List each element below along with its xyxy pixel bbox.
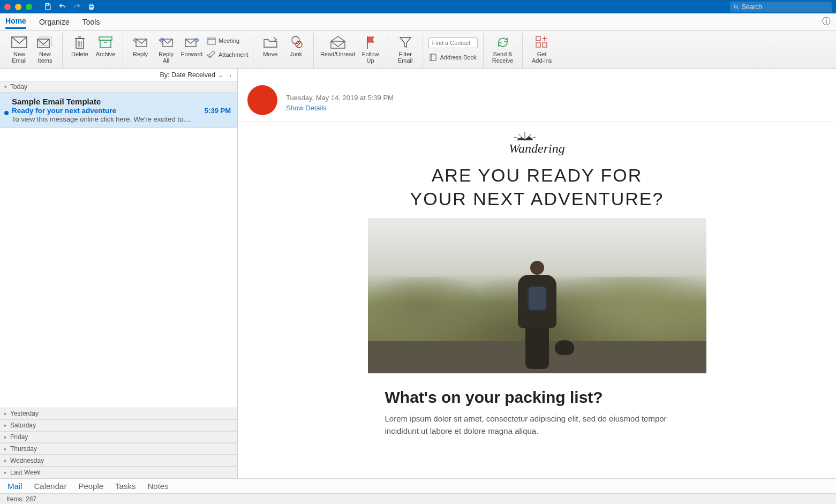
ribbon: New Email New Items Delete Archive Reply… (0, 31, 836, 69)
sender-avatar (247, 85, 277, 115)
svg-point-23 (292, 36, 299, 44)
nav-people[interactable]: People (78, 482, 103, 491)
chevron-right-icon: ▸ (4, 423, 7, 428)
svg-rect-30 (536, 36, 540, 41)
close-window-button[interactable] (4, 4, 11, 10)
nav-mail[interactable]: Mail (7, 482, 22, 491)
junk-button[interactable]: Junk (283, 34, 309, 57)
follow-up-button[interactable]: Follow Up (358, 34, 383, 64)
new-email-button[interactable]: New Email (6, 34, 32, 64)
status-bar: Items: 287 (0, 493, 836, 504)
show-details-link[interactable]: Show Details (286, 104, 394, 112)
chevron-down-icon: ⌄ (219, 72, 223, 78)
quick-access-toolbar (44, 3, 95, 11)
hiker-illustration (508, 261, 567, 373)
paperclip-icon (207, 50, 216, 59)
zoom-window-button[interactable] (26, 4, 32, 10)
titlebar: Search (0, 0, 836, 13)
reading-pane: Tuesday, May 14, 2019 at 5:39 PM Show De… (238, 69, 836, 478)
svg-rect-32 (543, 43, 547, 47)
svg-rect-21 (208, 38, 215, 44)
tab-tools[interactable]: Tools (82, 16, 100, 28)
send-receive-button[interactable]: Send & Receive (488, 34, 518, 64)
message-list-pane: By: Date Received ⌄ ↓ ▾ Today Sample Ema… (0, 69, 238, 478)
move-button[interactable]: Move (258, 34, 283, 57)
svg-rect-28 (430, 54, 436, 61)
window-controls (4, 4, 32, 10)
flag-icon (362, 35, 379, 50)
reply-all-icon (157, 35, 175, 50)
search-input[interactable]: Search (730, 2, 832, 12)
email-body: Wandering ARE YOU READY FOR YOUR NEXT AD… (238, 122, 836, 442)
chevron-right-icon: ▸ (4, 446, 7, 452)
reply-icon (132, 35, 149, 50)
move-folder-icon (262, 35, 279, 50)
chevron-right-icon: ▸ (4, 411, 7, 416)
chevron-right-icon: ▸ (4, 434, 7, 440)
section-title: What's on your packing list? (385, 388, 689, 407)
sync-icon (494, 35, 511, 50)
undo-icon[interactable] (58, 3, 66, 11)
brand-logo: Wandering (509, 131, 564, 156)
open-envelope-icon (329, 35, 347, 50)
sunburst-icon (509, 131, 541, 141)
forward-button[interactable]: Forward (179, 34, 205, 57)
addins-icon (533, 35, 551, 50)
email-headline: ARE YOU READY FOR YOUR NEXT ADVENTURE? (410, 163, 664, 210)
tab-home[interactable]: Home (5, 14, 26, 29)
read-unread-button[interactable]: Read/Unread (318, 34, 358, 57)
nav-tasks[interactable]: Tasks (115, 482, 135, 491)
group-yesterday[interactable]: ▸Yesterday (0, 408, 237, 419)
svg-rect-2 (90, 4, 93, 6)
minimize-window-button[interactable] (15, 4, 21, 10)
chevron-right-icon: ▸ (4, 458, 7, 463)
search-icon (733, 4, 740, 10)
sort-direction-icon[interactable]: ↓ (229, 72, 232, 78)
group-saturday[interactable]: ▸Saturday (0, 419, 237, 431)
tab-organize[interactable]: Organize (39, 16, 70, 28)
group-thursday[interactable]: ▸Thursday (0, 443, 237, 455)
search-placeholder: Search (742, 3, 762, 11)
message-time: 5:39 PM (205, 107, 231, 115)
envelope-stack-icon (36, 35, 54, 50)
new-items-button[interactable]: New Items (32, 34, 58, 64)
funnel-icon (397, 35, 414, 50)
group-today[interactable]: ▾ Today (0, 81, 237, 93)
archive-button[interactable]: Archive (93, 34, 118, 57)
forward-icon (183, 35, 200, 50)
svg-line-5 (737, 7, 739, 9)
chevron-right-icon: ▸ (4, 470, 7, 475)
nav-calendar[interactable]: Calendar (34, 482, 67, 491)
redo-icon[interactable] (73, 3, 81, 11)
group-friday[interactable]: ▸Friday (0, 431, 237, 443)
chevron-down-icon: ▾ (4, 84, 7, 89)
hero-image (368, 218, 706, 373)
reading-header: Tuesday, May 14, 2019 at 5:39 PM Show De… (238, 76, 836, 122)
message-preview: To view this message online click here. … (12, 115, 231, 123)
reply-all-button[interactable]: Reply All (153, 34, 179, 64)
message-list-item[interactable]: Sample Email Template Ready for your nex… (0, 93, 237, 128)
svg-rect-31 (536, 43, 540, 47)
archive-icon (97, 35, 114, 50)
svg-rect-16 (100, 40, 111, 48)
message-subject: Ready for your next adventure (12, 107, 116, 115)
group-last-week[interactable]: ▸Last Week (0, 467, 237, 478)
trash-icon (71, 35, 88, 50)
group-wednesday[interactable]: ▸Wednesday (0, 455, 237, 467)
get-addins-button[interactable]: Get Add-ins (527, 34, 557, 64)
print-icon[interactable] (87, 3, 95, 11)
svg-line-25 (297, 42, 301, 47)
status-items-count: Items: 287 (6, 495, 36, 503)
nav-notes[interactable]: Notes (147, 482, 168, 491)
reply-button[interactable]: Reply (127, 34, 153, 57)
find-contact-input[interactable] (428, 37, 478, 48)
filter-email-button[interactable]: Filter Email (393, 34, 418, 64)
meeting-button[interactable]: Meeting (207, 35, 248, 47)
help-icon[interactable]: ⓘ (822, 16, 831, 27)
address-book-button[interactable]: Address Book (428, 51, 477, 63)
ribbon-tabs: Home Organize Tools ⓘ (0, 13, 836, 31)
attachment-button[interactable]: Attachment (207, 49, 248, 61)
delete-button[interactable]: Delete (67, 34, 93, 57)
list-sort-header[interactable]: By: Date Received ⌄ ↓ (0, 69, 237, 81)
save-icon[interactable] (44, 3, 52, 11)
